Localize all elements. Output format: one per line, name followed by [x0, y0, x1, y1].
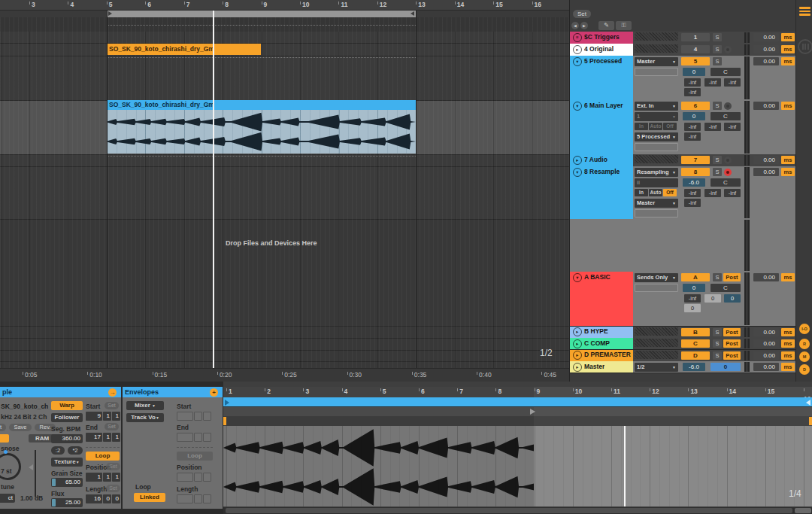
- pan-field[interactable]: C: [710, 68, 741, 76]
- track-number[interactable]: 4: [681, 45, 710, 53]
- set-position-button[interactable]: Set: [106, 463, 120, 470]
- fold-icon[interactable]: ▾: [573, 102, 582, 111]
- transpose-knob[interactable]: [0, 453, 21, 480]
- track-number[interactable]: 1: [681, 33, 710, 41]
- pan-field[interactable]: C: [710, 284, 741, 292]
- scrollbar-zoom-widget[interactable]: [795, 508, 811, 513]
- arm-button[interactable]: [724, 46, 732, 53]
- clip-start-marker[interactable]: [223, 417, 226, 425]
- solo-button[interactable]: S: [713, 156, 722, 164]
- track-delay-unit[interactable]: ms: [781, 102, 795, 110]
- linked-button[interactable]: Linked: [134, 493, 165, 502]
- fold-icon[interactable]: ▸: [573, 363, 582, 372]
- sample-name[interactable]: SK_90_koto_ch: [1, 403, 48, 410]
- clip-waveform-body[interactable]: [107, 110, 416, 154]
- send-d[interactable]: -inf: [684, 132, 701, 141]
- track-title-original[interactable]: ▸ 4 Original: [570, 44, 633, 56]
- track-delay-value[interactable]: 0.00: [753, 351, 779, 360]
- track-delay-value[interactable]: 0.00: [753, 363, 779, 371]
- detune-field[interactable]: ct: [0, 494, 15, 503]
- volume-field[interactable]: 0: [683, 284, 705, 292]
- loop-end-handle-icon[interactable]: [411, 11, 414, 16]
- send-d[interactable]: 0: [684, 304, 701, 312]
- save-button[interactable]: Save: [9, 424, 32, 431]
- send-c[interactable]: -inf: [724, 78, 741, 87]
- solo-button[interactable]: S: [713, 45, 722, 53]
- clip-title-bar[interactable]: SO_SK_90_koto_chirashi_dry_Gm: [107, 100, 416, 110]
- send-c[interactable]: 0: [724, 294, 741, 303]
- gain-value[interactable]: 1.00 dB: [20, 494, 43, 502]
- solo-button[interactable]: S: [713, 33, 722, 41]
- solo-button[interactable]: S: [713, 102, 722, 110]
- envelope-device-dropdown[interactable]: Mixer ▼: [126, 401, 164, 410]
- editor-loop-brace[interactable]: [223, 397, 812, 407]
- output-routing-dropdown[interactable]: Master▼: [635, 199, 678, 208]
- pan-field[interactable]: C: [710, 178, 741, 187]
- track-number[interactable]: C: [681, 339, 710, 348]
- fold-icon[interactable]: ▾: [573, 273, 582, 282]
- fold-icon[interactable]: ▸: [573, 327, 582, 336]
- fold-icon[interactable]: ▸: [573, 156, 582, 165]
- fold-icon[interactable]: ▾: [573, 168, 582, 177]
- output-routing-dropdown[interactable]: Master▼: [635, 57, 678, 66]
- loop-brace[interactable]: [107, 11, 416, 17]
- send-b[interactable]: -inf: [704, 78, 721, 87]
- track-delay-value[interactable]: 0.00: [753, 57, 779, 65]
- input-channel-dropdown[interactable]: 1▼: [635, 112, 678, 121]
- track-delay-value[interactable]: 0.00: [753, 328, 779, 336]
- sample-box-title[interactable]: ple: [0, 387, 121, 397]
- solo-button[interactable]: S: [713, 351, 722, 360]
- start-fields[interactable]: 911: [86, 412, 120, 421]
- post-toggle[interactable]: Post: [723, 339, 741, 348]
- solo-button[interactable]: S: [713, 168, 722, 176]
- arm-button-active[interactable]: [724, 169, 732, 176]
- track-title-sc-triggers[interactable]: ≡ $C Triggers: [570, 32, 633, 44]
- seg-bpm-field[interactable]: 360.00: [51, 434, 83, 443]
- scrollbar-thumb[interactable]: [226, 508, 792, 513]
- env-length-fields[interactable]: [177, 494, 211, 503]
- show-delay-toggle[interactable]: D: [799, 364, 810, 375]
- editor-playhead[interactable]: [624, 426, 626, 506]
- loop-start-handle-icon[interactable]: [108, 11, 112, 16]
- track-delay-value[interactable]: 0.00: [753, 45, 779, 53]
- fold-icon[interactable]: ▾: [573, 57, 582, 66]
- routing-field[interactable]: [635, 284, 678, 292]
- double-bpm-button[interactable]: *2: [68, 446, 83, 455]
- solo-button[interactable]: S: [713, 273, 722, 281]
- edit-button[interactable]: t: [0, 424, 6, 431]
- gain-slider[interactable]: [35, 450, 36, 497]
- hiq-button[interactable]: [0, 434, 9, 443]
- track-number[interactable]: 8: [681, 168, 710, 176]
- send-a[interactable]: -inf: [684, 294, 701, 303]
- show-returns-toggle[interactable]: R: [799, 339, 810, 349]
- loop-end-icon[interactable]: [806, 400, 810, 406]
- track-number[interactable]: 5: [681, 57, 710, 65]
- track-delay-value[interactable]: 0.00: [753, 33, 779, 41]
- post-toggle[interactable]: Post: [723, 273, 741, 281]
- track-delay-value[interactable]: 0.00: [753, 156, 779, 164]
- env-start-fields[interactable]: [177, 412, 211, 421]
- send-a[interactable]: -inf: [684, 123, 701, 131]
- track-title-return-c[interactable]: ▸ C COMP: [570, 338, 633, 349]
- monitor-switch[interactable]: InAutoOff: [635, 123, 677, 130]
- send-a[interactable]: -inf: [684, 189, 701, 197]
- arm-button[interactable]: [724, 157, 732, 164]
- monitor-switch[interactable]: InAutoOff: [635, 189, 677, 196]
- track-number[interactable]: 6: [681, 102, 710, 110]
- input-routing-dropdown[interactable]: Ext. In▼: [635, 102, 678, 111]
- send-a[interactable]: -inf: [684, 78, 701, 87]
- overview-icon[interactable]: [798, 39, 812, 54]
- track-delay-value[interactable]: 0.00: [753, 273, 779, 281]
- envelope-control-dropdown[interactable]: Track Vo▼: [126, 413, 164, 422]
- loop-start-icon[interactable]: [225, 400, 229, 406]
- track-delay-unit[interactable]: ms: [781, 339, 795, 348]
- volume-field[interactable]: 0: [683, 112, 705, 120]
- expand-envelopes-icon[interactable]: +: [210, 388, 218, 397]
- track-delay-value[interactable]: 0.00: [753, 339, 779, 348]
- draw-mode-button[interactable]: ✎: [598, 21, 614, 30]
- arrangement-scrub-area[interactable]: [0, 11, 569, 17]
- output-routing-dropdown[interactable]: Sends Only▼: [635, 273, 678, 282]
- send-b[interactable]: 0: [704, 294, 721, 303]
- track-delay-unit[interactable]: ms: [781, 351, 795, 360]
- solo-button[interactable]: S: [713, 328, 722, 336]
